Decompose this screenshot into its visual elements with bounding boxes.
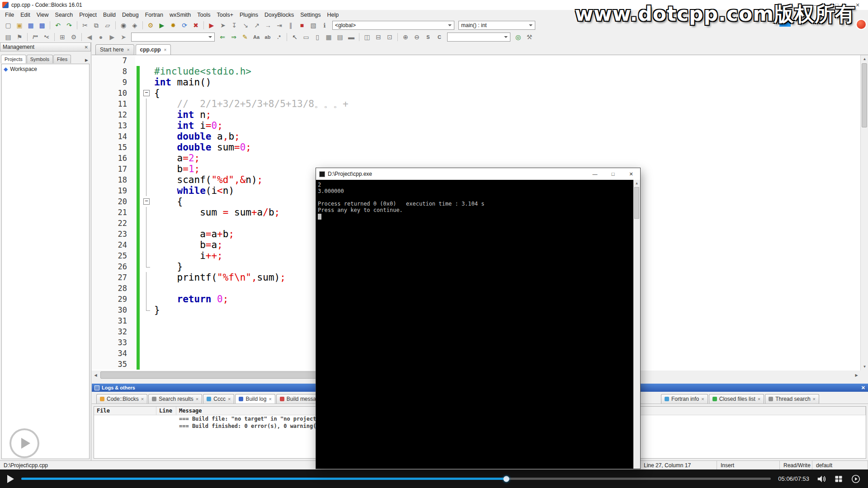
rebuild-icon[interactable]: ⟳ bbox=[179, 20, 190, 30]
prev-bookmark-icon[interactable]: ⇐ bbox=[217, 32, 228, 42]
menu-item-help[interactable]: Help bbox=[324, 11, 342, 19]
scrollbar-thumb[interactable] bbox=[634, 187, 639, 219]
next-line-icon[interactable]: ↧ bbox=[229, 20, 240, 30]
split-vertical-icon[interactable]: ⊟ bbox=[373, 32, 384, 42]
editor-tab-start-here[interactable]: Start here× bbox=[95, 44, 134, 55]
wx-list-icon[interactable]: ▤ bbox=[335, 32, 345, 42]
highlight-pen-icon[interactable]: ✎ bbox=[240, 32, 250, 42]
menu-item-file[interactable]: File bbox=[2, 11, 17, 19]
scroll-up-icon[interactable]: ▲ bbox=[861, 55, 868, 63]
stop-debugger-icon[interactable]: ■ bbox=[297, 20, 307, 30]
run-icon[interactable]: ▶ bbox=[156, 20, 167, 30]
menu-item-debug[interactable]: Debug bbox=[119, 11, 142, 19]
management-tab-projects[interactable]: Projects bbox=[1, 55, 26, 63]
logs-tab-search-results[interactable]: Search results× bbox=[148, 394, 202, 404]
play-overlay-icon[interactable] bbox=[9, 428, 39, 458]
menu-item-build[interactable]: Build bbox=[100, 11, 119, 19]
console-scrollbar[interactable]: ▲ bbox=[633, 180, 640, 469]
new-file-icon[interactable]: ▢ bbox=[3, 20, 14, 30]
code-line-11[interactable]: 11 // 2/1+3/2+5/3+8/5+13/8。。。+ bbox=[92, 99, 860, 109]
scroll-left-icon[interactable]: ◀ bbox=[92, 371, 99, 379]
menu-item-tools[interactable]: Tools bbox=[194, 11, 213, 19]
menu-item-tools[interactable]: Tools+ bbox=[213, 11, 236, 19]
code-line-14[interactable]: 14 double a,b; bbox=[92, 131, 860, 142]
close-icon[interactable]: × bbox=[758, 396, 760, 402]
menu-item-fortran[interactable]: Fortran bbox=[142, 11, 166, 19]
split-horizontal-icon[interactable]: ◫ bbox=[362, 32, 373, 42]
logs-tab-closed-files-list[interactable]: Closed files list× bbox=[709, 394, 764, 404]
management-tab-files[interactable]: Files bbox=[53, 55, 71, 63]
find-icon[interactable]: ◉ bbox=[118, 20, 129, 30]
close-icon[interactable]: × bbox=[813, 396, 816, 402]
run-to-cursor-icon[interactable]: ➤ bbox=[217, 20, 228, 30]
scroll-right-icon[interactable]: ▶ bbox=[853, 371, 860, 379]
code-line-12[interactable]: 12 int n; bbox=[92, 109, 860, 120]
nav-goto-icon[interactable]: ➤ bbox=[118, 32, 129, 42]
logs-tab-cccc[interactable]: Cccc× bbox=[203, 394, 234, 404]
console-close-button[interactable]: ✕ bbox=[622, 168, 640, 180]
redo-icon[interactable]: ↷ bbox=[64, 20, 75, 30]
wx-frame-icon[interactable]: ▭ bbox=[301, 32, 311, 42]
cut-icon[interactable]: ✂ bbox=[80, 20, 90, 30]
nav-combo[interactable] bbox=[131, 33, 215, 42]
search-combo[interactable] bbox=[447, 33, 510, 42]
regex-icon[interactable]: .* bbox=[274, 32, 284, 42]
menu-item-settings[interactable]: Settings bbox=[297, 11, 324, 19]
wx-button-icon[interactable]: ▬ bbox=[346, 32, 357, 42]
save-icon[interactable]: ▦ bbox=[25, 20, 36, 30]
letter-s-icon[interactable]: S bbox=[423, 32, 434, 42]
close-icon[interactable]: × bbox=[164, 47, 167, 52]
code-line-13[interactable]: 13 int i=0; bbox=[92, 120, 860, 131]
symbol-combo[interactable]: main() : int bbox=[458, 21, 535, 30]
menu-item-view[interactable]: View bbox=[33, 11, 52, 19]
doxy-comment-block-icon[interactable]: *< bbox=[41, 32, 52, 42]
play-button[interactable] bbox=[7, 475, 14, 483]
next-instruction-icon[interactable]: → bbox=[263, 20, 274, 30]
grid-icon[interactable] bbox=[834, 474, 844, 484]
console-minimize-button[interactable]: — bbox=[586, 168, 604, 180]
debug-continue-icon[interactable]: ▶ bbox=[206, 20, 217, 30]
wx-grid-icon[interactable]: ▦ bbox=[323, 32, 334, 42]
settings-wrench-icon[interactable]: ⚒ bbox=[524, 32, 535, 42]
tab-scroll-right-icon[interactable]: ▶ bbox=[83, 57, 90, 63]
scrollbar-thumb[interactable] bbox=[862, 63, 867, 127]
code-line-10[interactable]: 10–{ bbox=[92, 88, 860, 99]
menu-item-plugins[interactable]: Plugins bbox=[236, 11, 261, 19]
close-icon[interactable]: × bbox=[141, 396, 144, 402]
debug-info-icon[interactable]: ℹ bbox=[319, 20, 330, 30]
code-line-15[interactable]: 15 double sum=0; bbox=[92, 142, 860, 153]
wx-pointer-icon[interactable]: ↖ bbox=[289, 32, 300, 42]
step-into-instruction-icon[interactable]: ⇥ bbox=[274, 20, 285, 30]
compile-icon[interactable]: ⚙ bbox=[145, 20, 156, 30]
step-into-icon[interactable]: ↘ bbox=[240, 20, 251, 30]
menu-item-edit[interactable]: Edit bbox=[17, 11, 33, 19]
progress-handle[interactable] bbox=[503, 476, 509, 482]
logs-tab-code-blocks[interactable]: Code::Blocks× bbox=[96, 394, 147, 404]
close-icon[interactable]: ✕ bbox=[85, 45, 88, 50]
doxy-extract-icon[interactable]: ⊞ bbox=[57, 32, 68, 42]
undo-icon[interactable]: ↶ bbox=[52, 20, 63, 30]
build-and-run-icon[interactable]: ✸ bbox=[168, 20, 179, 30]
copy-icon[interactable]: ⧉ bbox=[91, 20, 102, 30]
doxy-comment-line-icon[interactable]: /** bbox=[30, 32, 41, 42]
management-tab-symbols[interactable]: Symbols bbox=[27, 55, 53, 63]
whole-word-icon[interactable]: ab bbox=[262, 32, 273, 42]
close-icon[interactable]: × bbox=[269, 396, 271, 402]
zoom-in-icon[interactable]: ⊕ bbox=[400, 32, 411, 42]
zoom-out-icon[interactable]: ⊖ bbox=[411, 32, 422, 42]
fold-marker[interactable]: – bbox=[143, 90, 150, 96]
nav-back-icon[interactable]: ◀ bbox=[84, 32, 95, 42]
code-line-8[interactable]: 8#include<stdio.h> bbox=[92, 66, 860, 77]
search-go-icon[interactable]: ◎ bbox=[513, 32, 524, 42]
menu-item-doxyblocks[interactable]: DoxyBlocks bbox=[261, 11, 297, 19]
letter-c-icon[interactable]: C bbox=[434, 32, 445, 42]
maximize-editor-icon[interactable]: ⊡ bbox=[384, 32, 395, 42]
debugging-windows-icon[interactable]: ▧ bbox=[308, 20, 319, 30]
close-icon[interactable]: × bbox=[228, 396, 231, 402]
next-bookmark-icon[interactable]: ⇒ bbox=[228, 32, 239, 42]
logs-tab-fortran-info[interactable]: Fortran info× bbox=[661, 394, 708, 404]
close-icon[interactable]: × bbox=[196, 396, 198, 402]
logs-tab-thread-search[interactable]: Thread search× bbox=[765, 394, 819, 404]
fold-marker[interactable]: – bbox=[143, 198, 150, 205]
console-maximize-button[interactable]: □ bbox=[604, 168, 622, 180]
